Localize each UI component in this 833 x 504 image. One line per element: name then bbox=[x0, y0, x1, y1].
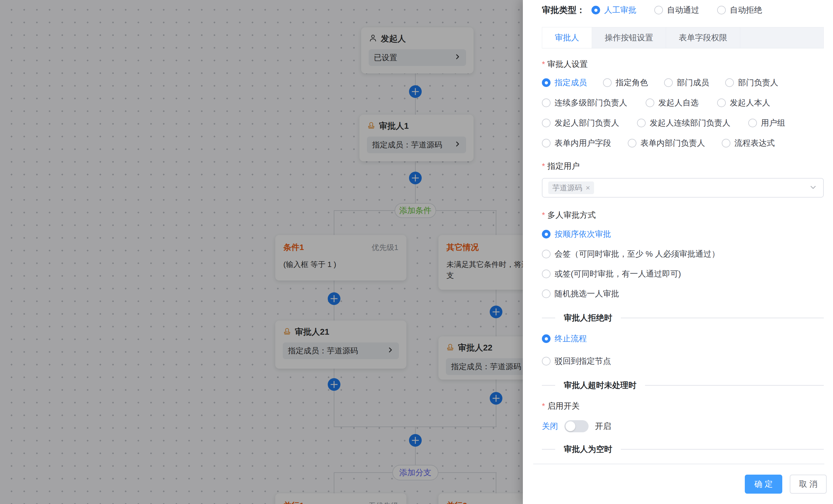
radio-dept-leader[interactable]: 部门负责人 bbox=[725, 77, 778, 88]
settings-tabs: 审批人 操作按钮设置 表单字段权限 bbox=[542, 27, 824, 48]
approver-settings-drawer: 审批类型： 人工审批 自动通过 自动拒绝 审批人 操作按钮设置 表单字 bbox=[523, 0, 833, 504]
reject-section-divider: 审批人拒绝时 bbox=[542, 312, 824, 323]
radio-manual-approval[interactable]: 人工审批 bbox=[592, 5, 637, 16]
timeout-section-title: 审批人超时未处理时 bbox=[564, 380, 637, 391]
radio-form-user-field[interactable]: 表单内用户字段 bbox=[542, 138, 611, 149]
approver-setting-label: 审批人设置 bbox=[542, 59, 824, 70]
radio-specified-role[interactable]: 指定角色 bbox=[603, 77, 648, 88]
assign-user-select[interactable]: 芋道源码 × bbox=[542, 178, 824, 198]
switch-on-label: 开启 bbox=[595, 421, 611, 432]
radio-icon bbox=[592, 6, 600, 15]
switch-off-label: 关闭 bbox=[542, 421, 558, 432]
radio-user-group[interactable]: 用户组 bbox=[748, 118, 785, 128]
multi-mode-label: 多人审批方式 bbox=[542, 210, 824, 221]
radio-orsign[interactable]: 或签(可同时审批，有一人通过即可) bbox=[542, 269, 824, 279]
radio-dept-member[interactable]: 部门成员 bbox=[664, 77, 709, 88]
radio-icon bbox=[654, 6, 663, 15]
drawer-footer: 确 定 取 消 bbox=[523, 464, 833, 504]
drawer-body[interactable]: 审批人设置 指定成员 指定角色 部门成员 部门负责人 连续多级部门负责人 发起人… bbox=[542, 48, 824, 462]
tab-form-field-permissions[interactable]: 表单字段权限 bbox=[666, 27, 740, 48]
empty-approver-section-title: 审批人为空时 bbox=[564, 444, 612, 455]
radio-terminate-process[interactable]: 终止流程 bbox=[542, 333, 587, 344]
radio-icon bbox=[717, 6, 726, 15]
reject-section-title: 审批人拒绝时 bbox=[564, 312, 612, 323]
assign-user-label: 指定用户 bbox=[542, 161, 824, 172]
empty-approver-section-divider: 审批人为空时 bbox=[542, 444, 824, 455]
radio-random-one[interactable]: 随机挑选一人审批 bbox=[542, 288, 824, 299]
radio-initiator-multi-dept-leader[interactable]: 发起人连续部门负责人 bbox=[637, 118, 730, 128]
radio-multi-level-dept-leader[interactable]: 连续多级部门负责人 bbox=[542, 97, 627, 108]
timeout-enable-toggle[interactable] bbox=[564, 420, 589, 432]
radio-auto-approve[interactable]: 自动通过 bbox=[654, 5, 699, 16]
workflow-designer: 发起人 已设置 审批人1 指定成员：芋道源码 bbox=[0, 0, 833, 504]
cancel-button[interactable]: 取 消 bbox=[790, 475, 827, 494]
tab-button-settings[interactable]: 操作按钮设置 bbox=[592, 27, 666, 48]
chevron-down-icon bbox=[809, 183, 817, 193]
remove-tag-icon[interactable]: × bbox=[586, 183, 590, 193]
radio-sequential-approval[interactable]: 按顺序依次审批 bbox=[542, 229, 824, 240]
radio-auto-reject[interactable]: 自动拒绝 bbox=[717, 5, 762, 16]
radio-specified-member[interactable]: 指定成员 bbox=[542, 77, 587, 88]
radio-initiator-dept-leader[interactable]: 发起人部门负责人 bbox=[542, 118, 619, 128]
approval-type-label: 审批类型： bbox=[542, 4, 585, 16]
user-tag: 芋道源码 × bbox=[548, 181, 594, 194]
confirm-button[interactable]: 确 定 bbox=[745, 475, 782, 494]
radio-initiator-choose[interactable]: 发起人自选 bbox=[646, 97, 699, 108]
approval-type-row: 审批类型： 人工审批 自动通过 自动拒绝 bbox=[542, 0, 824, 20]
radio-countersign[interactable]: 会签（可同时审批，至少 % 人必须审批通过） bbox=[542, 249, 824, 259]
enable-switch-label: 启用开关 bbox=[542, 401, 824, 411]
radio-form-dept-leader[interactable]: 表单内部门负责人 bbox=[628, 138, 705, 149]
tab-approver[interactable]: 审批人 bbox=[542, 27, 592, 48]
radio-return-to-node[interactable]: 驳回到指定节点 bbox=[542, 356, 611, 367]
timeout-section-divider: 审批人超时未处理时 bbox=[542, 380, 824, 391]
radio-process-expression[interactable]: 流程表达式 bbox=[722, 138, 775, 149]
radio-initiator-self[interactable]: 发起人本人 bbox=[717, 97, 770, 108]
